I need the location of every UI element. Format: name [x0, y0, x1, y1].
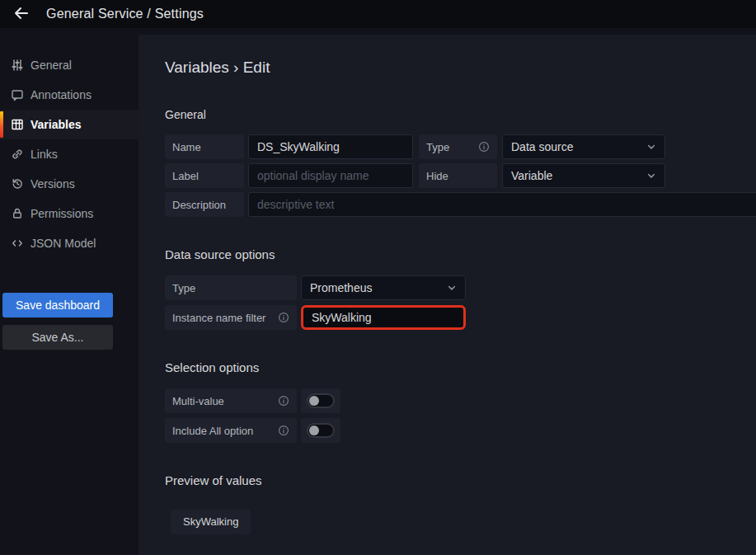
label-field-label: Label — [165, 163, 244, 188]
settings-sidebar: General Annotations Variables Links Vers… — [0, 28, 139, 555]
sidebar-item-permissions[interactable]: Permissions — [0, 199, 139, 228]
label-text: Description — [172, 199, 226, 211]
multi-value-toggle[interactable] — [301, 388, 340, 413]
description-field-label: Description — [165, 192, 244, 217]
info-icon — [278, 312, 289, 323]
hide-select[interactable]: Variable — [502, 163, 665, 188]
lock-icon — [11, 207, 24, 220]
multi-value-row: Multi-value — [165, 388, 756, 413]
ds-type-row: Type Prometheus — [165, 275, 756, 300]
selected-value: Prometheus — [310, 281, 372, 294]
page-title: General Service / Settings — [46, 7, 204, 21]
variables-edit-heading: Variables › Edit — [165, 58, 756, 78]
label-text: Type — [172, 282, 195, 294]
link-icon — [11, 148, 24, 161]
code-brackets-icon — [11, 237, 24, 250]
label-text: Instance name filter — [172, 312, 265, 324]
label-text: Include All option — [172, 425, 253, 437]
save-as-button[interactable]: Save As... — [2, 325, 113, 350]
label-hide-row: Label Hide Variable — [165, 163, 756, 188]
instance-name-filter-input[interactable] — [301, 305, 466, 330]
general-section-heading: General — [165, 107, 756, 122]
label-text: Name — [172, 141, 201, 153]
history-icon — [11, 177, 24, 190]
toggle-track — [307, 393, 335, 408]
toggle-track — [307, 423, 335, 438]
instance-filter-row: Instance name filter — [165, 305, 756, 330]
sidebar-item-links[interactable]: Links — [0, 139, 139, 169]
comment-icon — [11, 88, 24, 101]
multi-value-field-label: Multi-value — [165, 388, 297, 413]
toggle-knob — [309, 396, 319, 406]
info-icon — [278, 425, 289, 436]
include-all-field-label: Include All option — [165, 418, 297, 443]
sidebar-item-json-model[interactable]: JSON Model — [0, 228, 139, 258]
label-text: Type — [426, 141, 449, 153]
back-button[interactable] — [10, 2, 33, 26]
label-input[interactable] — [248, 163, 413, 188]
sidebar-item-general[interactable]: General — [0, 50, 139, 80]
sidebar-item-variables[interactable]: Variables — [0, 110, 139, 139]
include-all-toggle[interactable] — [301, 418, 340, 443]
hide-field-label: Hide — [419, 163, 497, 188]
save-dashboard-button[interactable]: Save dashboard — [2, 293, 113, 317]
name-type-row: Name Type Data source — [165, 134, 756, 159]
sidebar-item-versions[interactable]: Versions — [0, 169, 139, 199]
sidebar-item-label: Links — [31, 148, 58, 161]
name-field-label: Name — [165, 134, 244, 159]
include-all-row: Include All option — [165, 418, 756, 443]
selected-value: Data source — [511, 140, 573, 153]
chevron-down-icon — [447, 283, 457, 293]
preview-value-chip: SkyWalking — [171, 510, 251, 534]
selected-value: Variable — [511, 169, 552, 182]
sidebar-item-label: Annotations — [31, 88, 92, 101]
info-icon — [278, 395, 289, 407]
toggle-knob — [309, 426, 319, 435]
info-icon — [478, 141, 490, 153]
ds-type-field-label: Type — [165, 275, 297, 300]
chevron-down-icon — [646, 142, 656, 152]
label-text: Label — [172, 170, 199, 182]
sidebar-item-label: Variables — [31, 118, 82, 131]
label-text: Hide — [426, 170, 448, 182]
sidebar-item-label: Versions — [31, 177, 75, 190]
sidebar-item-annotations[interactable]: Annotations — [0, 80, 139, 110]
name-input[interactable] — [248, 134, 413, 159]
instance-filter-field-label: Instance name filter — [165, 305, 297, 330]
datasource-type-select[interactable]: Prometheus — [301, 275, 466, 300]
settings-content: Variables › Edit General Name Type Data … — [139, 35, 756, 555]
sidebar-item-label: General — [31, 59, 72, 72]
arrow-left-icon — [13, 5, 30, 24]
preview-of-values-heading: Preview of values — [165, 473, 756, 489]
type-field-label: Type — [419, 134, 497, 159]
sliders-icon — [11, 59, 24, 72]
active-indicator — [0, 111, 3, 138]
description-input[interactable] — [248, 192, 756, 217]
table-grid-icon — [11, 118, 24, 131]
topbar: General Service / Settings — [0, 0, 756, 28]
selection-options-heading: Selection options — [165, 360, 756, 376]
sidebar-item-label: JSON Model — [31, 237, 96, 250]
chevron-down-icon — [646, 171, 656, 181]
type-select[interactable]: Data source — [502, 134, 665, 159]
sidebar-item-label: Permissions — [31, 207, 93, 220]
label-text: Multi-value — [172, 395, 224, 407]
description-row: Description — [165, 192, 756, 217]
datasource-options-heading: Data source options — [165, 247, 756, 263]
